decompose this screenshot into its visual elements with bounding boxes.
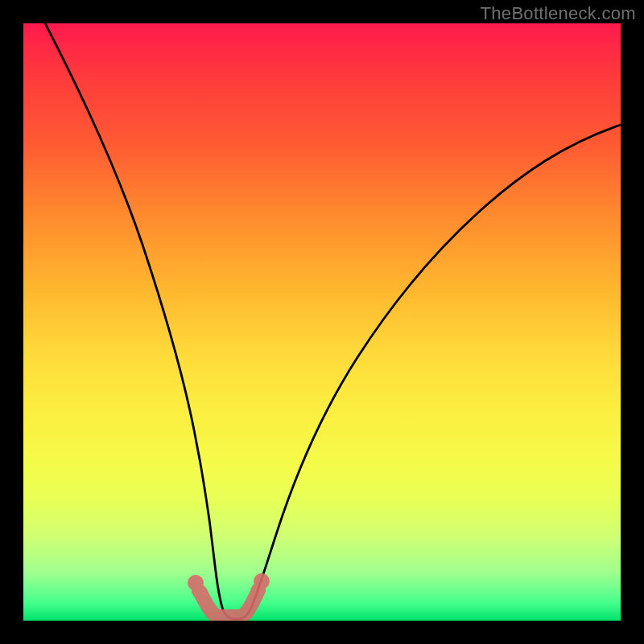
watermark-text: TheBottleneck.com xyxy=(481,3,636,24)
svg-point-3 xyxy=(254,573,270,589)
outer-frame: TheBottleneck.com xyxy=(0,0,644,644)
dip-marker xyxy=(188,573,270,617)
plot-area xyxy=(23,23,621,621)
bottleneck-curve-line xyxy=(23,23,621,619)
curve-svg xyxy=(23,23,621,621)
